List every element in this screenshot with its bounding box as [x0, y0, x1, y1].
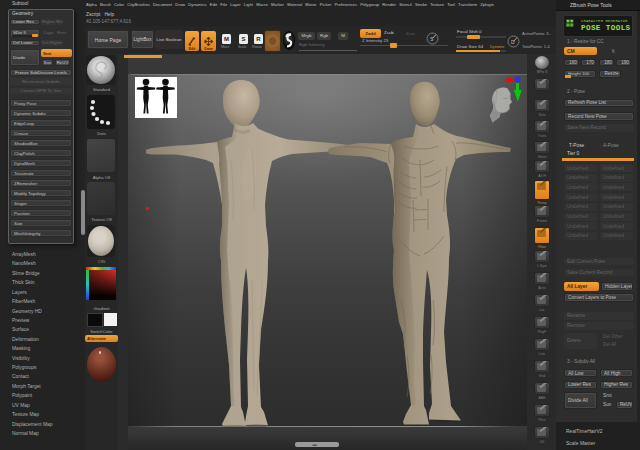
- svg-text:D: D: [511, 39, 515, 45]
